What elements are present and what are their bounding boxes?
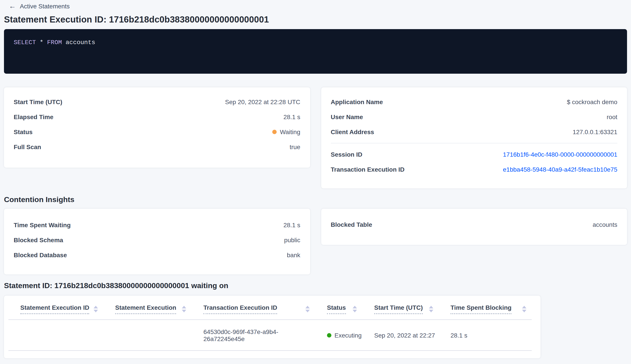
- sort-control[interactable]: [522, 306, 526, 312]
- start-time-value: Sep 20, 2022 at 22:28 UTC: [225, 98, 300, 106]
- execution-details-card: Start Time (UTC) Sep 20, 2022 at 22:28 U…: [4, 87, 310, 168]
- statement-execution-id-header-label[interactable]: Statement Execution ID: [20, 304, 89, 314]
- detail-row-start-time: Start Time (UTC) Sep 20, 2022 at 22:28 U…: [14, 94, 300, 110]
- contention-details-card: Time Spent Waiting 28.1 s Blocked Schema…: [4, 209, 310, 274]
- sort-asc-icon: [352, 306, 357, 308]
- client-address-label: Client Address: [331, 128, 374, 136]
- elapsed-time-value: 28.1 s: [284, 114, 300, 120]
- sort-control[interactable]: [94, 306, 98, 312]
- sql-table-name: accounts: [66, 39, 95, 46]
- time-spent-waiting-value: 28.1 s: [284, 222, 300, 228]
- sort-desc-icon: [352, 310, 357, 312]
- sort-asc-icon: [305, 306, 310, 308]
- sort-control[interactable]: [182, 306, 186, 312]
- status-label: Status: [14, 128, 33, 136]
- blocked-table-value: accounts: [592, 221, 617, 228]
- blocked-schema-label: Blocked Schema: [14, 236, 63, 244]
- transaction-execution-id-label: Transaction Execution ID: [331, 166, 405, 173]
- sort-control[interactable]: [429, 306, 433, 312]
- sort-desc-icon: [182, 310, 186, 312]
- user-name-label: User Name: [331, 114, 363, 120]
- session-id-link[interactable]: 1716b1f6-4e0c-f480-0000-000000000001: [503, 151, 617, 158]
- client-address-value: 127.0.0.1:63321: [573, 128, 617, 136]
- contention-row-blocked-database: Blocked Database bank: [14, 248, 300, 262]
- application-name-value: $ cockroach demo: [567, 98, 617, 106]
- sort-asc-icon: [522, 306, 526, 308]
- sort-desc-icon: [522, 310, 526, 312]
- breadcrumb-label[interactable]: Active Statements: [20, 3, 70, 10]
- cell-time-spent-blocking: 28.1 s: [438, 332, 532, 339]
- contention-row-time-spent-waiting: Time Spent Waiting 28.1 s: [14, 218, 300, 232]
- application-name-label: Application Name: [331, 98, 383, 106]
- blocked-table-label: Blocked Table: [331, 221, 372, 228]
- column-header-transaction-execution-id: Transaction Execution ID: [192, 296, 315, 320]
- detail-row-status: Status Waiting: [14, 124, 300, 140]
- transaction-execution-id-header-label[interactable]: Transaction Execution ID: [204, 304, 277, 314]
- cell-transaction-execution-id: 64530d0c-969f-437e-a9b4-26a72245e45e: [192, 328, 315, 342]
- detail-row-full-scan: Full Scan true: [14, 140, 300, 154]
- status-value: Waiting: [280, 128, 300, 136]
- time-spent-waiting-label: Time Spent Waiting: [14, 222, 70, 228]
- waiting-status-dot-icon: [272, 130, 277, 134]
- sort-desc-icon: [429, 310, 433, 312]
- contention-row-blocked-table: Blocked Table accounts: [331, 217, 617, 232]
- statement-execution-page: ← Active Statements Statement Execution …: [0, 0, 631, 358]
- blocked-database-value: bank: [287, 252, 300, 258]
- sort-asc-icon: [94, 306, 98, 308]
- contention-row-blocked-schema: Blocked Schema public: [14, 232, 300, 248]
- executing-status-dot-icon: [327, 333, 332, 337]
- blocked-schema-value: public: [284, 236, 300, 244]
- sort-control[interactable]: [305, 306, 310, 312]
- full-scan-value: true: [290, 144, 300, 150]
- cell-status: Executing: [315, 332, 362, 339]
- cell-start-time: Sep 20, 2022 at 22:27: [362, 332, 438, 339]
- detail-row-user-name: User Name root: [331, 110, 617, 124]
- column-header-status: Status: [315, 296, 362, 320]
- session-details-card: Application Name $ cockroach demo User N…: [321, 87, 627, 188]
- column-header-start-time: Start Time (UTC): [362, 296, 438, 320]
- sort-desc-icon: [305, 310, 310, 312]
- back-arrow-icon: ←: [9, 3, 16, 10]
- full-scan-label: Full Scan: [14, 144, 41, 150]
- sql-statement-box: SELECT * FROM accounts: [4, 29, 627, 74]
- contention-cards-row: Time Spent Waiting 28.1 s Blocked Schema…: [4, 209, 627, 274]
- start-time-label: Start Time (UTC): [14, 98, 62, 106]
- card-divider: [331, 143, 617, 144]
- sort-desc-icon: [94, 310, 98, 312]
- blocked-table-card: Blocked Table accounts: [321, 209, 627, 245]
- elapsed-time-label: Elapsed Time: [14, 114, 54, 120]
- sql-star: *: [40, 39, 44, 46]
- sort-control[interactable]: [352, 306, 357, 312]
- detail-row-client-address: Client Address 127.0.0.1:63321: [331, 124, 617, 140]
- executing-status-value: Executing: [334, 332, 362, 339]
- transaction-execution-id-link[interactable]: e1bba458-5948-40a9-a42f-5feac1b10e75: [503, 166, 617, 173]
- user-name-value: root: [607, 114, 617, 120]
- status-header-label[interactable]: Status: [327, 304, 346, 314]
- start-time-header-label[interactable]: Start Time (UTC): [374, 304, 423, 314]
- table-header-row: Statement Execution ID Statement Executi…: [8, 296, 532, 320]
- contention-insights-heading: Contention Insights: [4, 196, 627, 204]
- breadcrumb-back-link[interactable]: ← Active Statements: [9, 3, 627, 10]
- waiting-statements-table: Statement Execution ID Statement Executi…: [4, 296, 540, 358]
- sort-asc-icon: [429, 306, 433, 308]
- sql-keyword-select: SELECT: [14, 39, 36, 46]
- column-header-time-spent-blocking: Time Spent Blocking: [438, 296, 532, 320]
- summary-cards-row: Start Time (UTC) Sep 20, 2022 at 22:28 U…: [4, 87, 627, 188]
- detail-row-session-id: Session ID 1716b1f6-4e0c-f480-0000-00000…: [331, 147, 617, 162]
- time-spent-blocking-header-label[interactable]: Time Spent Blocking: [450, 304, 512, 314]
- status-badge: Waiting: [272, 128, 300, 136]
- table-row: 64530d0c-969f-437e-a9b4-26a72245e45e Exe…: [8, 320, 532, 351]
- page-title: Statement Execution ID: 1716b218dc0b3838…: [4, 14, 627, 25]
- sort-asc-icon: [182, 306, 186, 308]
- session-id-label: Session ID: [331, 151, 362, 158]
- column-header-statement-execution: Statement Execution: [103, 296, 192, 320]
- detail-row-elapsed-time: Elapsed Time 28.1 s: [14, 110, 300, 124]
- blocked-database-label: Blocked Database: [14, 252, 67, 258]
- column-header-statement-execution-id: Statement Execution ID: [8, 296, 103, 320]
- app-viewport: ← Active Statements Statement Execution …: [0, 0, 631, 364]
- detail-row-application-name: Application Name $ cockroach demo: [331, 94, 617, 110]
- detail-row-transaction-execution-id: Transaction Execution ID e1bba458-5948-4…: [331, 162, 617, 177]
- statement-execution-header-label[interactable]: Statement Execution: [115, 304, 176, 314]
- waiting-on-heading: Statement ID: 1716b218dc0b38380000000000…: [4, 282, 627, 290]
- sql-keyword-from: FROM: [47, 39, 62, 46]
